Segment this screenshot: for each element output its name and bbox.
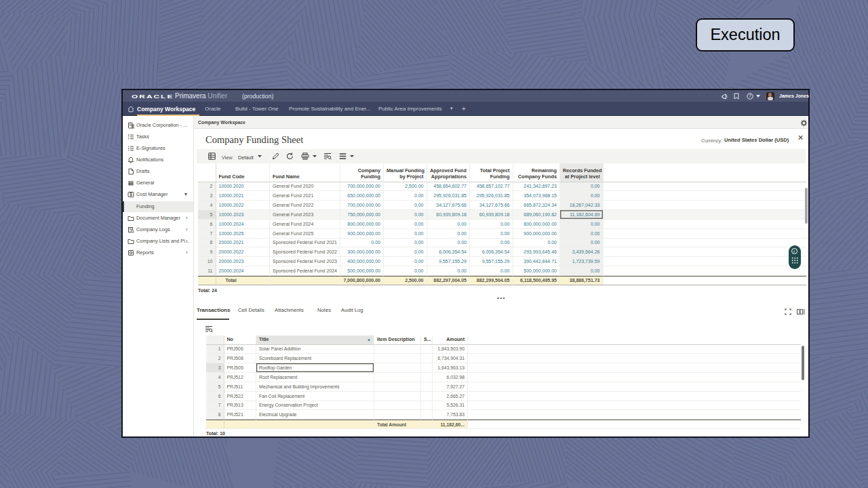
svg-text:?: ? bbox=[749, 94, 751, 98]
svg-text:$: $ bbox=[130, 192, 132, 197]
